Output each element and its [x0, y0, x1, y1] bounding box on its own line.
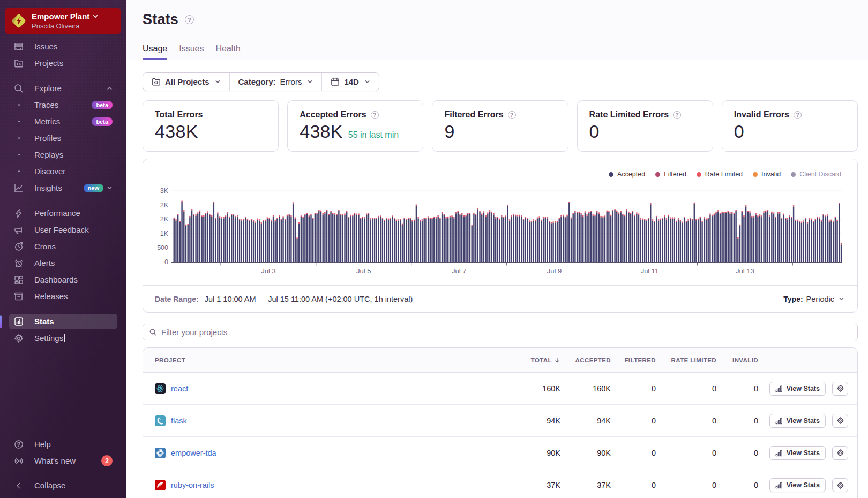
column-header-total[interactable]: TOTAL — [496, 357, 560, 363]
filter-bar: All Projects Category: Errors 14D — [143, 72, 379, 91]
project-link[interactable]: flask — [171, 417, 187, 425]
cell-accepted: 90K — [560, 449, 611, 457]
sidebar-item-dashboards[interactable]: Dashboards — [0, 271, 126, 288]
sidebar-item-metrics[interactable]: Metricsbeta — [0, 113, 126, 130]
project-settings-button[interactable] — [832, 446, 848, 460]
text-caret — [64, 334, 65, 342]
daterange-filter[interactable]: 14D — [322, 73, 379, 91]
table-row-ruby-on-rails: ruby-on-rails 37K 37K 0 0 0 View Stats — [143, 469, 857, 498]
table-row-react: react 160K 160K 0 0 0 View Stats — [143, 373, 857, 405]
sidebar-item-label: Settings — [34, 333, 113, 343]
main: Stats ? UsageIssuesHealth All Projects C… — [126, 0, 868, 498]
org-name: Empower Plant — [32, 12, 89, 22]
user-feedback-icon — [14, 225, 24, 235]
sidebar-item-performance[interactable]: Performance — [0, 205, 126, 221]
org-switcher[interactable]: Empower Plant Priscila Oliveira — [5, 8, 121, 34]
usage-bar-chart[interactable]: 05001K2K2K3KJul 3Jul 5Jul 7Jul 9Jul 11Ju… — [143, 159, 857, 284]
sidebar-item-whats-new[interactable]: What's new2 — [0, 452, 126, 469]
chevron-down-icon — [839, 296, 844, 302]
active-indicator — [0, 315, 2, 328]
view-stats-button[interactable]: View Stats — [769, 382, 826, 396]
sidebar-item-settings[interactable]: Settings — [0, 330, 126, 346]
view-stats-button[interactable]: View Stats — [769, 414, 826, 428]
sidebar-item-user-feedback[interactable]: User Feedback — [0, 221, 126, 238]
sidebar-item-label: Insights — [34, 183, 80, 192]
svg-text:Jul 7: Jul 7 — [452, 267, 466, 275]
sidebar-item-label: Metrics — [34, 117, 88, 126]
table-row-empower-tda: empower-tda 90K 90K 0 0 0 View Stats — [143, 437, 857, 469]
project-settings-button[interactable] — [832, 414, 848, 428]
project-link[interactable]: react — [171, 384, 188, 393]
category-filter-value: Errors — [280, 77, 302, 86]
chart-type-select[interactable]: Type: Periodic — [783, 295, 844, 303]
sidebar-item-label: Alerts — [34, 258, 113, 267]
bullet-icon — [14, 170, 24, 172]
sidebar-item-crons[interactable]: Crons — [0, 238, 126, 255]
svg-text:0: 0 — [164, 258, 168, 266]
card-value: 438K — [155, 121, 198, 142]
python-icon — [155, 448, 166, 458]
view-stats-button[interactable]: View Stats — [769, 478, 826, 492]
stat-card-filtered-errors: Filtered Errors ? 9 — [432, 100, 568, 152]
cell-rate-limited: 0 — [656, 449, 716, 457]
card-title: Filtered Errors — [444, 110, 503, 120]
cell-total: 90K — [496, 449, 560, 457]
help-circle-icon[interactable]: ? — [794, 111, 802, 119]
cell-rate-limited: 0 — [656, 417, 716, 425]
sidebar-item-projects[interactable]: Projects — [0, 55, 126, 71]
project-link[interactable]: ruby-on-rails — [171, 481, 214, 489]
chevron-up-icon — [107, 85, 113, 91]
bullet-icon — [14, 154, 24, 155]
alerts-icon — [14, 258, 24, 268]
tab-health[interactable]: Health — [216, 44, 241, 60]
help-circle-icon[interactable]: ? — [508, 111, 516, 119]
svg-text:500: 500 — [157, 244, 168, 251]
stats-icon — [14, 317, 24, 326]
svg-text:Jul 9: Jul 9 — [547, 267, 562, 275]
sidebar-item-discover[interactable]: Discover — [0, 163, 126, 180]
sidebar-item-profiles[interactable]: Profiles — [0, 130, 126, 146]
sidebar-item-issues[interactable]: Issues — [0, 38, 126, 55]
search-icon — [14, 84, 24, 93]
crons-icon — [14, 242, 24, 251]
chevron-down-icon — [107, 185, 113, 191]
svg-text:Jul 11: Jul 11 — [641, 267, 659, 275]
cell-total: 37K — [496, 481, 560, 489]
projects-table: PROJECTTOTALACCEPTEDFILTEREDRATE LIMITED… — [143, 347, 858, 498]
category-filter[interactable]: Category: Errors — [230, 73, 322, 91]
tab-usage[interactable]: Usage — [143, 44, 167, 60]
search-input[interactable] — [161, 328, 851, 337]
project-link[interactable]: empower-tda — [171, 449, 216, 457]
sidebar-item-traces[interactable]: Tracesbeta — [0, 96, 126, 113]
sidebar-item-releases[interactable]: Releases — [0, 288, 126, 304]
sidebar-item-explore[interactable]: Explore — [0, 80, 126, 96]
sidebar-item-help[interactable]: Help — [0, 436, 126, 452]
project-settings-button[interactable] — [832, 382, 848, 396]
chevron-left-icon — [14, 481, 24, 490]
sidebar-item-insights[interactable]: Insightsnew — [0, 180, 126, 196]
sidebar-item-replays[interactable]: Replays — [0, 146, 126, 163]
help-circle-icon[interactable]: ? — [371, 111, 379, 119]
help-circle-icon[interactable]: ? — [185, 15, 194, 24]
sidebar-item-label: Dashboards — [34, 275, 113, 284]
sidebar-collapse-button[interactable]: Collapse — [0, 477, 126, 494]
sidebar-item-label: Projects — [34, 58, 113, 68]
sidebar-item-alerts[interactable]: Alerts — [0, 255, 126, 271]
svg-text:1K: 1K — [160, 230, 169, 237]
sidebar-item-stats[interactable]: Stats — [0, 313, 126, 330]
project-settings-button[interactable] — [832, 478, 848, 492]
cell-invalid: 0 — [716, 449, 758, 457]
broadcast-icon — [14, 456, 24, 466]
card-value: 0 — [589, 121, 600, 142]
new-badge: new — [84, 184, 103, 192]
project-filter[interactable]: All Projects — [143, 73, 229, 91]
issues-icon — [14, 42, 24, 51]
sidebar-item-label: Issues — [34, 42, 113, 51]
help-circle-icon[interactable]: ? — [673, 111, 681, 119]
view-stats-button[interactable]: View Stats — [769, 446, 826, 460]
stat-card-total-errors: Total Errors 438K — [143, 100, 279, 152]
sidebar-item-label: Crons — [34, 242, 113, 251]
column-header-invalid: INVALID — [716, 357, 758, 363]
tab-issues[interactable]: Issues — [179, 44, 204, 60]
cell-filtered: 0 — [611, 384, 656, 393]
